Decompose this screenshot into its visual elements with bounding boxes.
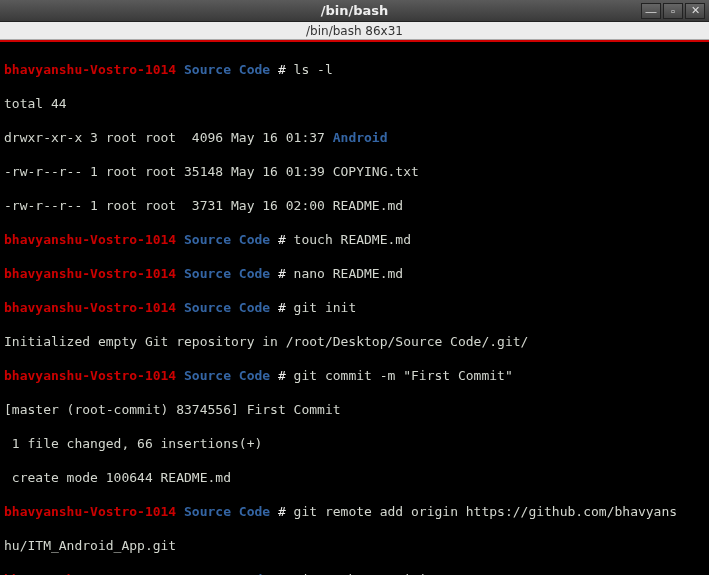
output-line: -rw-r--r-- 1 root root 3731 May 16 02:00… [4, 197, 705, 214]
window-title: /bin/bash [321, 3, 389, 18]
prompt-dir: Source Code [184, 300, 270, 315]
prompt-sep: # [270, 504, 293, 519]
output-line: total 44 [4, 95, 705, 112]
prompt-host: bhavyanshu-Vostro-1014 [4, 368, 176, 383]
prompt-sep: # [270, 368, 293, 383]
command-text: git init [294, 300, 357, 315]
minimize-button[interactable]: — [641, 3, 661, 19]
maximize-button[interactable]: ▫ [663, 3, 683, 19]
output-line: Initialized empty Git repository in /roo… [4, 333, 705, 350]
command-text: nano README.md [294, 266, 404, 281]
command-text: ls -l [294, 62, 333, 77]
prompt-host: bhavyanshu-Vostro-1014 [4, 232, 176, 247]
directory-name: Android [333, 130, 388, 145]
prompt-sep: # [270, 232, 293, 247]
prompt-host: bhavyanshu-Vostro-1014 [4, 266, 176, 281]
prompt-host: bhavyanshu-Vostro-1014 [4, 300, 176, 315]
command-text: git remote add origin https://github.com… [294, 504, 678, 519]
prompt-host: bhavyanshu-Vostro-1014 [4, 504, 176, 519]
terminal-statusbar: /bin/bash 86x31 [0, 22, 709, 40]
close-button[interactable]: ✕ [685, 3, 705, 19]
command-text: touch README.md [294, 232, 411, 247]
prompt-sep: # [270, 300, 293, 315]
prompt-host: bhavyanshu-Vostro-1014 [4, 62, 176, 77]
window-titlebar: /bin/bash — ▫ ✕ [0, 0, 709, 22]
output-line: -rw-r--r-- 1 root root 35148 May 16 01:3… [4, 163, 705, 180]
prompt-dir: Source Code [184, 232, 270, 247]
window-controls: — ▫ ✕ [641, 3, 705, 19]
status-text: /bin/bash 86x31 [306, 24, 403, 38]
output-line: drwxr-xr-x 3 root root 4096 May 16 01:37 [4, 130, 333, 145]
prompt-dir: Source Code [184, 62, 270, 77]
command-text-wrap: hu/ITM_Android_App.git [4, 537, 705, 554]
command-text: git commit -m "First Commit" [294, 368, 513, 383]
prompt-dir: Source Code [184, 368, 270, 383]
prompt-dir: Source Code [184, 266, 270, 281]
prompt-sep: # [270, 266, 293, 281]
prompt-dir: Source Code [184, 504, 270, 519]
output-line: create mode 100644 README.md [4, 469, 705, 486]
terminal-output[interactable]: bhavyanshu-Vostro-1014 Source Code # ls … [0, 40, 709, 575]
prompt-sep: # [270, 62, 293, 77]
output-line: 1 file changed, 66 insertions(+) [4, 435, 705, 452]
output-line: [master (root-commit) 8374556] First Com… [4, 401, 705, 418]
